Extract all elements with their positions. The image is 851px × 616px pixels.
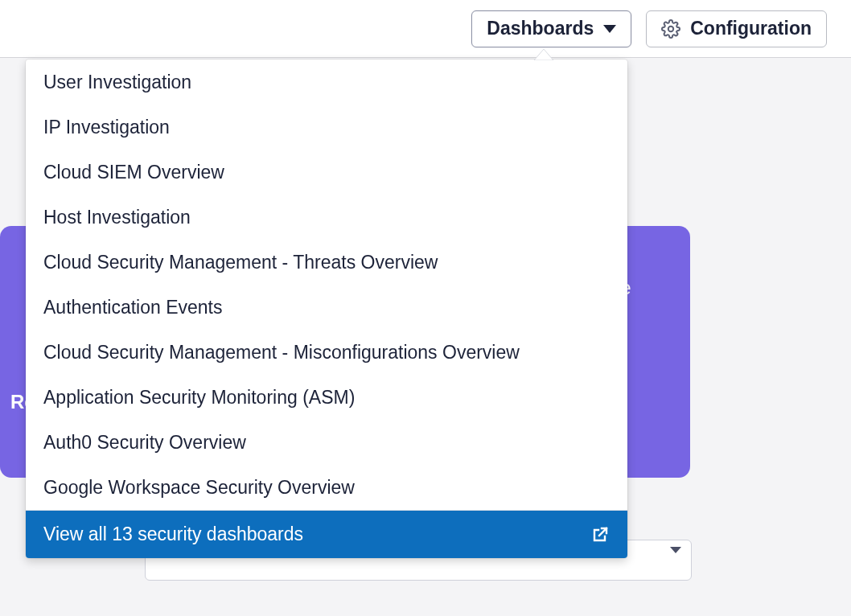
- configuration-button[interactable]: Configuration: [646, 10, 827, 47]
- configuration-button-label: Configuration: [690, 18, 812, 39]
- svg-point-0: [668, 26, 673, 31]
- gear-icon: [661, 19, 680, 39]
- dropdown-item-authentication-events[interactable]: Authentication Events: [26, 285, 627, 330]
- dropdown-footer-view-all[interactable]: View all 13 security dashboards: [26, 511, 627, 558]
- dropdown-item-label: Cloud Security Management - Misconfigura…: [43, 342, 520, 363]
- dashboards-button-label: Dashboards: [487, 18, 594, 39]
- dropdown-item-user-investigation[interactable]: User Investigation: [26, 60, 627, 105]
- dashboards-dropdown-panel: User Investigation IP Investigation Clou…: [26, 60, 627, 558]
- dropdown-item-auth0[interactable]: Auth0 Security Overview: [26, 420, 627, 465]
- dropdown-item-label: Auth0 Security Overview: [43, 432, 246, 453]
- dropdown-footer-label: View all 13 security dashboards: [43, 524, 303, 545]
- dropdown-item-label: Cloud SIEM Overview: [43, 162, 224, 183]
- dropdown-item-csm-misconfigurations[interactable]: Cloud Security Management - Misconfigura…: [26, 330, 627, 375]
- external-link-icon: [590, 525, 610, 544]
- dropdown-item-host-investigation[interactable]: Host Investigation: [26, 195, 627, 240]
- dropdown-item-google-workspace[interactable]: Google Workspace Security Overview: [26, 465, 627, 510]
- dropdown-item-asm[interactable]: Application Security Monitoring (ASM): [26, 375, 627, 420]
- top-toolbar: Dashboards Configuration: [0, 0, 851, 58]
- dropdown-item-label: Host Investigation: [43, 207, 191, 228]
- dropdown-item-cloud-siem-overview[interactable]: Cloud SIEM Overview: [26, 150, 627, 195]
- dropdown-item-ip-investigation[interactable]: IP Investigation: [26, 105, 627, 150]
- dropdown-item-label: User Investigation: [43, 72, 191, 92]
- dropdown-item-label: Cloud Security Management - Threats Over…: [43, 252, 438, 273]
- dropdown-item-csm-threats[interactable]: Cloud Security Management - Threats Over…: [26, 240, 627, 285]
- dropdown-item-label: IP Investigation: [43, 117, 170, 138]
- popover-arrow: [532, 47, 555, 60]
- dropdown-item-label: Google Workspace Security Overview: [43, 477, 355, 498]
- caret-down-icon: [670, 553, 681, 568]
- svg-marker-1: [534, 49, 553, 60]
- dropdown-item-label: Application Security Monitoring (ASM): [43, 387, 355, 408]
- dropdown-item-label: Authentication Events: [43, 297, 222, 318]
- caret-down-icon: [603, 25, 616, 33]
- dashboards-button[interactable]: Dashboards: [471, 10, 631, 47]
